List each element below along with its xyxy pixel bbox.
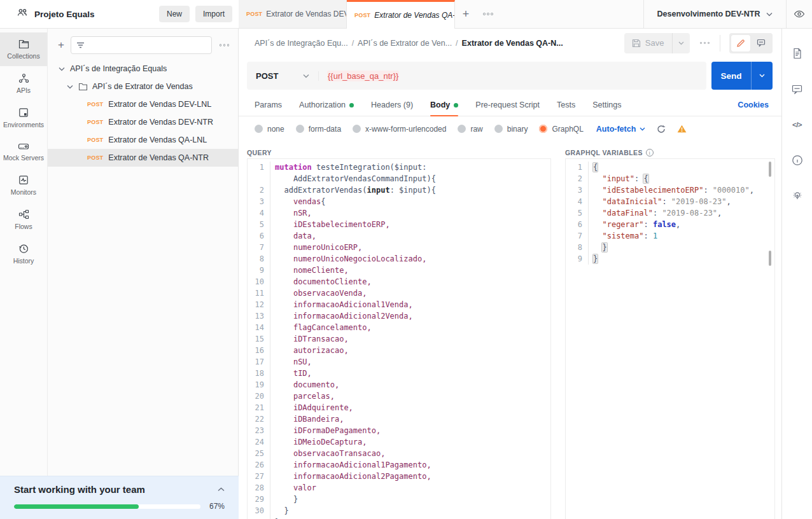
line-number: 8: [566, 242, 589, 253]
tab-tests[interactable]: Tests: [557, 94, 575, 116]
info-icon[interactable]: i: [646, 149, 654, 156]
edit-mode-button[interactable]: [731, 35, 750, 52]
line-number: 3: [566, 184, 589, 196]
variables-panel-title: GRAPHQL VARIABLES i: [565, 149, 654, 156]
body-type-x-www-form-urlencoded[interactable]: x-www-form-urlencoded: [353, 125, 446, 134]
add-collection-button[interactable]: +: [58, 39, 64, 52]
code-icon[interactable]: </>: [788, 115, 807, 134]
save-icon: [632, 39, 641, 48]
new-button[interactable]: New: [159, 6, 190, 22]
body-type-none[interactable]: none: [255, 125, 284, 134]
comments-icon[interactable]: [788, 80, 807, 99]
warning-icon[interactable]: [677, 125, 687, 133]
tab-body[interactable]: Body: [430, 94, 458, 116]
sidebar-item-mock-servers[interactable]: Mock Servers: [0, 135, 47, 168]
environment-quick-look-button[interactable]: [786, 0, 812, 28]
collections-icon: [18, 39, 29, 49]
tree-request-item[interactable]: POSTExtrator de Vendas DEV-LNL: [48, 95, 238, 113]
apis-icon: [18, 73, 29, 83]
body-type-graphql[interactable]: GraphQL: [539, 125, 583, 134]
cookies-link[interactable]: Cookies: [738, 100, 769, 109]
tab-label: Pre-request Script: [475, 100, 540, 109]
tab-params[interactable]: Params: [255, 94, 282, 116]
environments-icon: [18, 107, 29, 118]
breadcrumb-collection[interactable]: API´s de Integração Equ...: [255, 39, 348, 48]
sidebar-item-monitors[interactable]: Monitors: [0, 168, 47, 202]
environment-selector[interactable]: Desenvolvimento DEV-NTR: [643, 0, 786, 28]
url-input[interactable]: {{url_base_qa_ntr}}: [319, 71, 399, 81]
body-type-binary[interactable]: binary: [494, 125, 528, 134]
variables-editor[interactable]: 1{2 "input": {3 "idEstabelecimentoERP": …: [565, 158, 775, 519]
tree-folder-item[interactable]: API´s de Extrator de Vendas: [48, 78, 238, 95]
code-line: 5 "dataFinal": "2019-08-23",: [566, 207, 774, 219]
tree-collection-item[interactable]: API´s de Integração Equals: [48, 60, 238, 78]
tree-item-label: Extrator de Vendas DEV-LNL: [108, 100, 211, 109]
tree-request-item[interactable]: POSTExtrator de Vendas DEV-NTR: [48, 113, 238, 131]
import-button[interactable]: Import: [195, 6, 232, 22]
environment-name: Desenvolvimento DEV-NTR: [657, 10, 760, 18]
sidebar-item-collections[interactable]: Collections: [0, 32, 47, 66]
body-type-form-data[interactable]: form-data: [296, 125, 341, 134]
method-selector[interactable]: POST: [247, 71, 319, 81]
chevron-down-icon[interactable]: [66, 85, 74, 89]
auto-fetch-dropdown[interactable]: Auto-fetch: [596, 125, 646, 134]
query-editor[interactable]: 1mutation testeIntegration($input: AddEx…: [247, 158, 551, 519]
workspace-header: Projeto Equals New Import: [0, 0, 239, 28]
scrollbar-thumb[interactable]: [769, 251, 771, 266]
sidebar-item-apis[interactable]: APIs: [0, 66, 47, 100]
code-line: 24 iDMeioDeCaptura,: [248, 436, 550, 448]
request-options-icon[interactable]: [699, 42, 711, 45]
editor-mode-toggle: [729, 33, 773, 53]
open-tab[interactable]: POSTExtrator de Vendas QA-: [347, 0, 455, 29]
tab-label: Params: [255, 100, 282, 109]
collections-options-icon[interactable]: [218, 44, 231, 46]
code-line: 10 documentoCliente,: [248, 276, 550, 287]
tab-authorization[interactable]: Authorization: [299, 94, 354, 116]
save-button[interactable]: Save: [624, 38, 672, 48]
new-tab-button[interactable]: +: [455, 0, 477, 28]
line-number: 27: [248, 471, 270, 482]
comments-mode-button[interactable]: [752, 35, 771, 52]
tab-headers-9-[interactable]: Headers (9): [371, 94, 413, 116]
code-line: 13 informacaoAdicional2Venda,: [248, 310, 550, 322]
refresh-schema-icon[interactable]: [657, 125, 666, 134]
tab-settings[interactable]: Settings: [592, 94, 621, 116]
lightbulb-icon[interactable]: [788, 186, 807, 205]
tab-label: Body: [430, 100, 450, 109]
filter-input[interactable]: [71, 36, 212, 54]
body-type-raw[interactable]: raw: [458, 125, 482, 134]
chevron-down-icon: [678, 41, 684, 45]
info-icon[interactable]: [788, 151, 807, 170]
workspace-title: Projeto Equals: [34, 10, 153, 19]
send-options-button[interactable]: [751, 62, 773, 90]
breadcrumb-folder[interactable]: API´s de Extrator de Ven...: [358, 39, 452, 48]
body-type-label: form-data: [309, 125, 341, 134]
code-line: 8 numeroUnicoNegocioLocalizado,: [248, 253, 550, 265]
line-number: 7: [566, 230, 589, 242]
sidebar-item-label: Collections: [7, 52, 39, 60]
breadcrumb-request[interactable]: Extrator de Vendas QA-N...: [462, 39, 563, 48]
sidebar-item-environments[interactable]: Environments: [0, 100, 47, 135]
open-tab[interactable]: POSTExtrator de Vendas DEV: [239, 0, 347, 28]
request-tab-strip: POSTExtrator de Vendas DEVPOSTExtrator d…: [239, 0, 812, 28]
sidebar-item-history[interactable]: History: [0, 237, 47, 271]
code-line: 22 iDBandeira,: [248, 413, 550, 425]
sidebar-item-flows[interactable]: Flows: [0, 202, 47, 237]
scrollbar-thumb[interactable]: [769, 162, 771, 177]
tab-pre-request-script[interactable]: Pre-request Script: [475, 94, 540, 116]
tree-request-item[interactable]: POSTExtrator de Vendas QA-NTR: [48, 149, 238, 167]
line-number: 14: [248, 322, 270, 333]
save-options-button[interactable]: [672, 33, 690, 53]
url-row: POST {{url_base_qa_ntr}} Send: [239, 57, 781, 94]
chevron-down-icon[interactable]: [58, 67, 66, 71]
send-button[interactable]: Send: [711, 62, 751, 90]
tab-options-icon[interactable]: [477, 0, 500, 28]
documentation-icon[interactable]: [788, 44, 807, 63]
line-number: 4: [566, 196, 589, 207]
comment-icon: [757, 39, 766, 47]
tab-label: Settings: [592, 100, 621, 109]
chevron-up-icon[interactable]: [218, 487, 225, 492]
progress-percent: 67%: [209, 502, 225, 511]
collections-toolbar: +: [48, 33, 238, 57]
tree-request-item[interactable]: POSTExtrator de Vendas QA-LNL: [48, 131, 238, 149]
